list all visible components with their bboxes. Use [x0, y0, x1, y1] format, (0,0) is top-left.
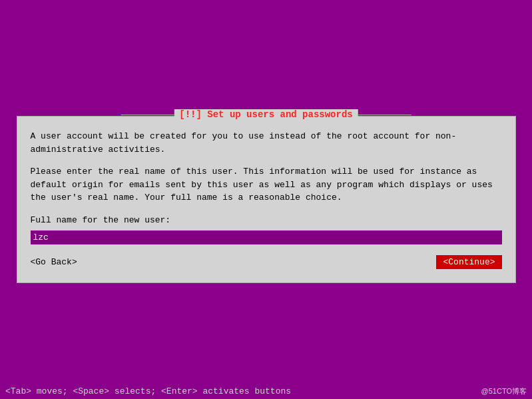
button-row: <Go Back> <Continue> [31, 255, 502, 269]
paragraph1: A user account will be created for you t… [31, 130, 502, 156]
continue-button[interactable]: <Continue> [436, 255, 501, 269]
status-bar: <Tab> moves; <Space> selects; <Enter> ac… [0, 384, 532, 399]
go-back-button[interactable]: <Go Back> [31, 257, 77, 267]
dialog-title-bar: [!!] Set up users and passwords [121, 109, 411, 120]
dialog-box: [!!] Set up users and passwords A user a… [17, 116, 516, 283]
screen: [!!] Set up users and passwords A user a… [0, 0, 532, 399]
title-line-right [358, 115, 411, 115]
paragraph2: Please enter the real name of this user.… [31, 165, 502, 204]
dialog-content: A user account will be created for you t… [31, 130, 502, 269]
watermark: @51CTO博客 [481, 386, 527, 396]
status-bar-text: <Tab> moves; <Space> selects; <Enter> ac… [5, 386, 291, 396]
full-name-input[interactable] [31, 230, 502, 244]
title-line-left [121, 115, 174, 115]
dialog-title: [!!] Set up users and passwords [174, 109, 358, 120]
input-label: Full name for the new user: [31, 214, 502, 227]
